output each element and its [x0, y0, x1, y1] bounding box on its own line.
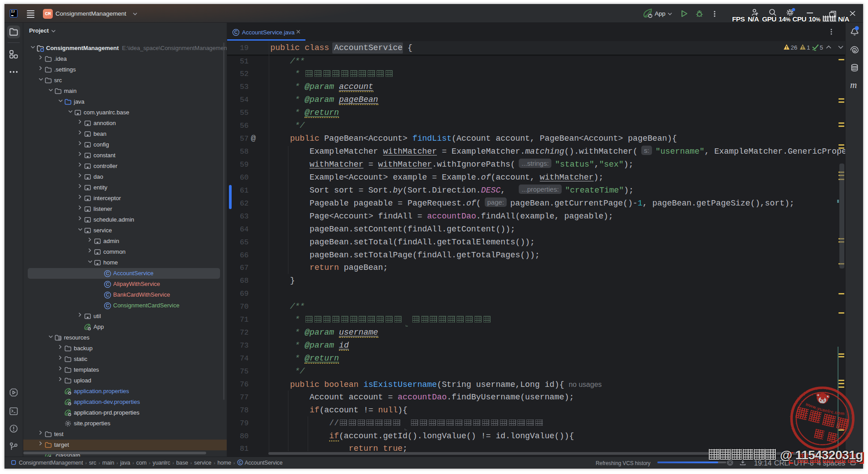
svg-text:5: 5 [820, 44, 823, 51]
svg-text:C: C [234, 29, 238, 35]
svg-text:C: C [106, 292, 110, 298]
svg-text:C: C [239, 460, 241, 465]
svg-text:C: C [106, 281, 110, 287]
svg-text:C: C [106, 303, 110, 308]
svg-text:1: 1 [807, 44, 810, 51]
svg-text:C: C [106, 271, 110, 276]
svg-text:26: 26 [791, 44, 797, 51]
